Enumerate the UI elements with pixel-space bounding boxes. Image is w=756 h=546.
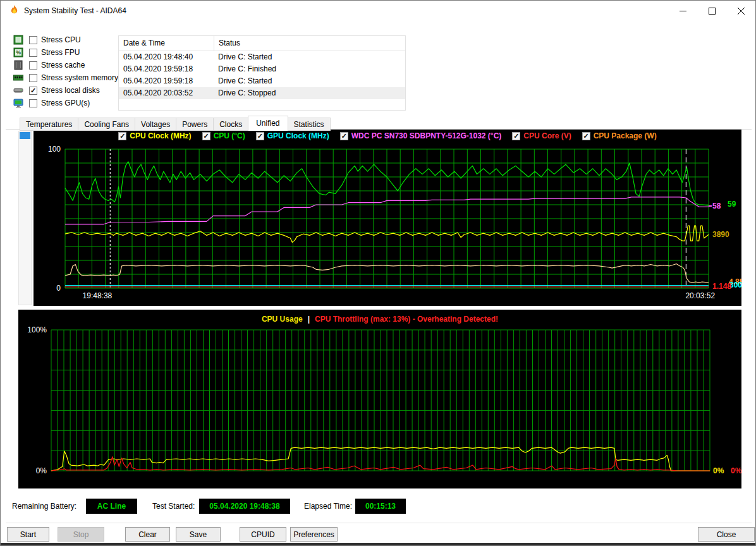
aida64-flame-icon: [9, 5, 20, 16]
cell-status: Drive C: Started: [214, 51, 405, 63]
tab-clocks[interactable]: Clocks: [213, 118, 248, 131]
svg-text:0%: 0%: [731, 466, 741, 475]
window-bottom-edge: [1, 543, 755, 545]
stop-button: Stop: [58, 527, 104, 542]
svg-text:1.148: 1.148: [712, 282, 731, 291]
svg-text:19:48:38: 19:48:38: [83, 291, 113, 300]
legend-checkbox[interactable]: ✓: [340, 132, 348, 140]
tab-voltages[interactable]: Voltages: [135, 118, 176, 131]
chart-title-part: |: [308, 315, 310, 324]
legend-label: CPU Clock (MHz): [130, 131, 191, 140]
legend-checkbox[interactable]: ✓: [256, 132, 264, 140]
legend-checkbox[interactable]: ✓: [202, 132, 210, 140]
chart-title-part: CPU Usage: [262, 315, 303, 324]
tab-powers[interactable]: Powers: [176, 118, 214, 131]
status-label: Test Started:: [152, 499, 195, 514]
stress-option-row: Stress system memory: [13, 71, 118, 84]
tab-bar: TemperaturesCooling FansVoltagesPowersCl…: [20, 116, 330, 131]
cell-datetime: 05.04.2020 20:03:52: [119, 87, 214, 99]
legend-checkbox[interactable]: ✓: [582, 132, 590, 140]
svg-text:100%: 100%: [27, 325, 47, 334]
stress-option-label: Stress CPU: [41, 35, 81, 44]
chart-legend: ✓CPU Clock (MHz)✓CPU (°C)✓GPU Clock (MHz…: [34, 131, 741, 140]
tab-unified[interactable]: Unified: [248, 116, 288, 131]
svg-text:0%: 0%: [713, 466, 724, 475]
table-row[interactable]: 05.04.2020 19:48:40Drive C: Started: [119, 51, 405, 63]
close-button[interactable]: [726, 1, 755, 21]
table-row[interactable]: 05.04.2020 20:03:52Drive C: Stopped: [119, 87, 405, 99]
svg-text:0: 0: [56, 284, 61, 293]
legend-label: CPU (°C): [214, 131, 245, 140]
legend-item: ✓GPU Clock (MHz): [256, 131, 329, 140]
table-row[interactable]: 05.04.2020 19:59:18Drive C: Finished: [119, 63, 405, 75]
column-header-status[interactable]: Status: [214, 36, 405, 51]
stress-option-row: ✓Stress local disks: [13, 84, 100, 97]
svg-text:0%: 0%: [36, 466, 47, 475]
stress-checkbox[interactable]: [29, 99, 37, 107]
legend-label: GPU Clock (MHz): [267, 131, 329, 140]
stress-option-row: %Stress FPU: [13, 46, 80, 59]
minimize-button[interactable]: [668, 1, 697, 21]
cell-status: Drive C: Started: [214, 75, 405, 87]
cell-datetime: 05.04.2020 19:48:40: [119, 51, 214, 63]
window-title: System Stability Test - AIDA64: [24, 1, 126, 21]
stress-checkbox[interactable]: [29, 61, 37, 70]
start-button[interactable]: Start: [7, 527, 49, 542]
column-header-datetime[interactable]: Date & Time: [119, 36, 214, 51]
cpu-usage-chart-title: CPU Usage|CPU Throttling (max: 13%) - Ov…: [18, 315, 741, 324]
stress-checkbox[interactable]: [29, 49, 37, 57]
legend-item: ✓CPU (°C): [202, 131, 245, 140]
cell-status: Drive C: Stopped: [214, 87, 405, 99]
stress-option-row: Stress cache: [13, 59, 85, 71]
maximize-button[interactable]: [697, 1, 726, 21]
gpu-icon: [13, 98, 23, 108]
status-label: Elapsed Time:: [304, 499, 352, 514]
cell-datetime: 05.04.2020 19:59:18: [119, 63, 214, 75]
svg-text:20:03:52: 20:03:52: [685, 291, 715, 300]
app-window: System Stability Test - AIDA64 Stress CP…: [0, 0, 756, 546]
table-row[interactable]: 05.04.2020 19:59:18Drive C: Started: [119, 75, 405, 87]
preferences-button[interactable]: Preferences: [290, 527, 338, 542]
stress-checkbox[interactable]: [29, 36, 37, 44]
legend-item: ✓CPU Core (V): [512, 131, 571, 140]
memory-icon: [13, 73, 23, 83]
tab-temperatures[interactable]: Temperatures: [20, 118, 78, 131]
legend-checkbox[interactable]: ✓: [118, 132, 126, 140]
stress-option-row: Stress GPU(s): [13, 97, 90, 109]
cache-icon: [13, 60, 23, 70]
stress-option-label: Stress system memory: [41, 73, 118, 82]
save-button[interactable]: Save: [176, 527, 221, 542]
tab-statistics[interactable]: Statistics: [288, 118, 331, 131]
titlebar: System Stability Test - AIDA64: [1, 1, 755, 21]
cpu-icon: [13, 35, 23, 45]
status-label: Remaining Battery:: [12, 499, 76, 514]
tab-cooling-fans[interactable]: Cooling Fans: [78, 118, 135, 131]
clear-button[interactable]: Clear: [125, 527, 170, 542]
window-controls: [668, 1, 755, 21]
status-value-box: AC Line: [86, 499, 137, 514]
stress-option-label: Stress cache: [41, 61, 85, 70]
svg-text:59: 59: [728, 200, 736, 209]
unified-chart-panel: ✓CPU Clock (MHz)✓CPU (°C)✓GPU Clock (MHz…: [34, 130, 741, 306]
chart-scrollbar[interactable]: [18, 131, 32, 305]
legend-item: ✓CPU Package (W): [582, 131, 657, 140]
legend-checkbox[interactable]: ✓: [512, 132, 520, 140]
legend-item: ✓WDC PC SN730 SDBPNTY-512G-1032 (°C): [340, 131, 502, 140]
status-value-box: 00:15:13: [355, 499, 406, 514]
legend-label: WDC PC SN730 SDBPNTY-512G-1032 (°C): [351, 131, 502, 140]
legend-label: CPU Package (W): [594, 131, 657, 140]
stress-checkbox[interactable]: [29, 74, 37, 82]
svg-text:100: 100: [48, 145, 61, 154]
cell-status: Drive C: Finished: [214, 63, 405, 75]
legend-label: CPU Core (V): [523, 131, 571, 140]
disk-icon: [13, 85, 23, 95]
stress-option-label: Stress local disks: [41, 86, 100, 95]
close-button[interactable]: Close: [698, 527, 755, 542]
svg-text:3890: 3890: [712, 230, 729, 239]
stress-option-label: Stress FPU: [41, 48, 80, 57]
stress-checkbox[interactable]: ✓: [29, 87, 37, 95]
stress-option-row: Stress CPU: [13, 33, 81, 46]
stress-option-label: Stress GPU(s): [41, 99, 90, 107]
scrollbar-thumb[interactable]: [20, 132, 30, 139]
cpuid-button[interactable]: CPUID: [240, 527, 286, 542]
